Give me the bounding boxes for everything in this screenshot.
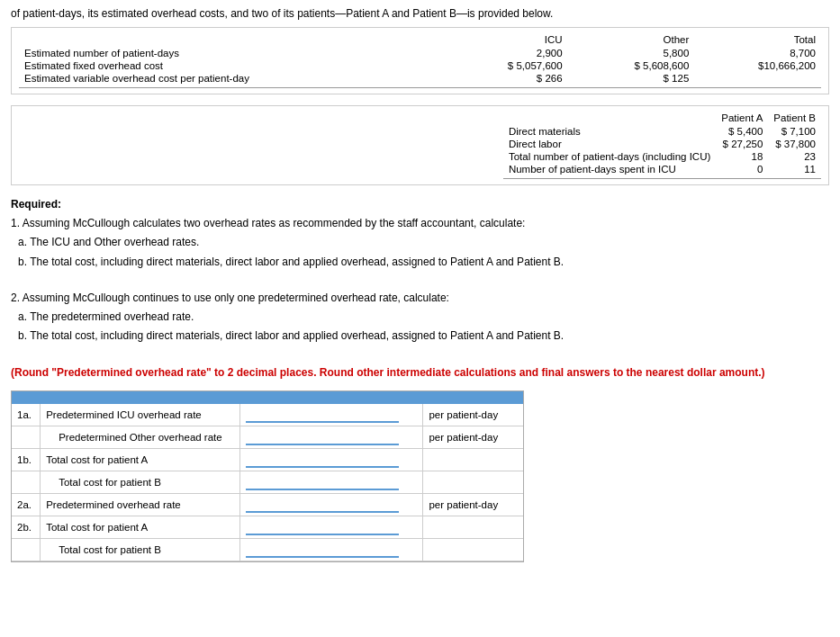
row-label: Estimated number of patient-days (19, 47, 441, 59)
row-other: $ 125 (568, 72, 695, 88)
row-pb: 11 (768, 163, 821, 179)
icu-header: ICU (441, 33, 568, 47)
patient-b-header: Patient B (768, 112, 821, 125)
row-num-2a: 2a. (12, 493, 41, 516)
predetermined-rate-input[interactable] (246, 497, 399, 513)
req-line-2a: a. The predetermined overhead rate. (11, 309, 829, 326)
answer-table-header (12, 391, 523, 404)
row-desc-other: Predetermined Other overhead rate (41, 426, 240, 448)
row-total: $10,666,200 (694, 59, 821, 72)
row-label: Number of patient-days spent in ICU (503, 163, 716, 179)
overhead-data-table: ICU Other Total Estimated number of pati… (19, 33, 821, 88)
row-label: Estimated fixed overhead cost (19, 59, 441, 72)
patient-data-table: Patient A Patient B Direct materials $ 5… (11, 105, 829, 185)
answer-header-bar (12, 391, 523, 404)
intro-text: of patient-days, its estimated overhead … (11, 7, 829, 20)
table-row: Total number of patient-days (including … (503, 150, 821, 163)
row-num-empty3 (12, 538, 41, 561)
row-desc-1b-a: Total cost for patient A (41, 448, 240, 471)
input-cell-2b-a[interactable] (240, 516, 423, 538)
row-pb: $ 37,800 (768, 138, 821, 150)
row-num-empty (12, 426, 41, 448)
answer-row-1a-other: Predetermined Other overhead rate per pa… (12, 426, 523, 448)
answer-table-wrapper: 1a. Predetermined ICU overhead rate per … (11, 390, 524, 562)
required-title: Required: (11, 196, 829, 213)
other-header: Other (568, 33, 695, 47)
row-icu: $ 5,057,600 (441, 59, 568, 72)
row-desc-2a: Predetermined overhead rate (41, 493, 240, 516)
input-cell-1b-a[interactable] (240, 448, 423, 471)
row-total (694, 72, 821, 88)
table-row: Estimated fixed overhead cost $ 5,057,60… (19, 59, 821, 72)
row-desc-icu: Predetermined ICU overhead rate (41, 404, 240, 426)
total-cost-a-input[interactable] (246, 452, 399, 468)
top-data-table: ICU Other Total Estimated number of pati… (11, 27, 829, 94)
input-cell-other[interactable] (240, 426, 423, 448)
row-desc-2b-a: Total cost for patient A (41, 516, 240, 538)
req-line-1: 1. Assuming McCullough calculates two ov… (11, 215, 829, 232)
answer-row-1b-a: 1b. Total cost for patient A (12, 448, 523, 471)
unit-cell-other: per patient-day (423, 426, 523, 448)
row-other: 5,800 (568, 47, 695, 59)
top-table-header-row: ICU Other Total (19, 33, 821, 47)
req-line-1b: b. The total cost, including direct mate… (11, 254, 829, 271)
empty-header (503, 112, 716, 125)
required-section: Required: 1. Assuming McCullough calcula… (11, 196, 829, 381)
row-label: Direct materials (503, 125, 716, 138)
table-row: Estimated variable overhead cost per pat… (19, 72, 821, 88)
row-pa: 0 (716, 163, 768, 179)
input-cell-icu[interactable] (240, 404, 423, 426)
patient-table: Patient A Patient B Direct materials $ 5… (503, 112, 821, 179)
unit-cell-2b-a (423, 516, 523, 538)
unit-cell-1b-b (423, 471, 523, 493)
answer-row-2b-a: 2b. Total cost for patient A (12, 516, 523, 538)
req-line-2: 2. Assuming McCullough continues to use … (11, 290, 829, 307)
row-other: $ 5,608,600 (568, 59, 695, 72)
icu-overhead-rate-input[interactable] (246, 407, 399, 423)
total-header: Total (694, 33, 821, 47)
row-num-1b: 1b. (12, 448, 41, 471)
row-label: Estimated variable overhead cost per pat… (19, 72, 441, 88)
row-num-2b: 2b. (12, 516, 41, 538)
table-row: Number of patient-days spent in ICU 0 11 (503, 163, 821, 179)
row-num-1a: 1a. (12, 404, 41, 426)
empty-header (19, 33, 441, 47)
input-cell-2a[interactable] (240, 493, 423, 516)
row-label: Total number of patient-days (including … (503, 150, 716, 163)
predetermined-cost-b-input[interactable] (246, 542, 399, 558)
table-row: Estimated number of patient-days 2,900 5… (19, 47, 821, 59)
req-rounding-note: (Round "Predetermined overhead rate" to … (11, 364, 829, 381)
predetermined-cost-a-input[interactable] (246, 519, 399, 535)
table-row: Direct labor $ 27,250 $ 37,800 (503, 138, 821, 150)
patient-a-header: Patient A (716, 112, 768, 125)
answer-row-1b-b: Total cost for patient B (12, 471, 523, 493)
answer-row-2b-b: Total cost for patient B (12, 538, 523, 561)
row-icu: $ 266 (441, 72, 568, 88)
unit-cell-2b-b (423, 538, 523, 561)
input-cell-1b-b[interactable] (240, 471, 423, 493)
unit-cell-1b-a (423, 448, 523, 471)
answer-row-1a-icu: 1a. Predetermined ICU overhead rate per … (12, 404, 523, 426)
input-cell-2b-b[interactable] (240, 538, 423, 561)
row-pa: $ 27,250 (716, 138, 768, 150)
answer-table: 1a. Predetermined ICU overhead rate per … (12, 391, 523, 561)
row-desc-2b-b: Total cost for patient B (41, 538, 240, 561)
patient-header-row: Patient A Patient B (503, 112, 821, 125)
row-pa: 18 (716, 150, 768, 163)
row-label: Direct labor (503, 138, 716, 150)
row-pb: $ 7,100 (768, 125, 821, 138)
req-line-2b: b. The total cost, including direct mate… (11, 327, 829, 345)
row-pa: $ 5,400 (716, 125, 768, 138)
table-row: Direct materials $ 5,400 $ 7,100 (503, 125, 821, 138)
other-overhead-rate-input[interactable] (246, 429, 399, 445)
unit-cell-2a: per patient-day (423, 493, 523, 516)
total-cost-b-input[interactable] (246, 474, 399, 490)
row-pb: 23 (768, 150, 821, 163)
unit-cell-icu: per patient-day (423, 404, 523, 426)
row-desc-1b-b: Total cost for patient B (41, 471, 240, 493)
req-line-1a: a. The ICU and Other overhead rates. (11, 234, 829, 251)
answer-row-2a: 2a. Predetermined overhead rate per pati… (12, 493, 523, 516)
row-num-empty2 (12, 471, 41, 493)
row-total: 8,700 (694, 47, 821, 59)
row-icu: 2,900 (441, 47, 568, 59)
